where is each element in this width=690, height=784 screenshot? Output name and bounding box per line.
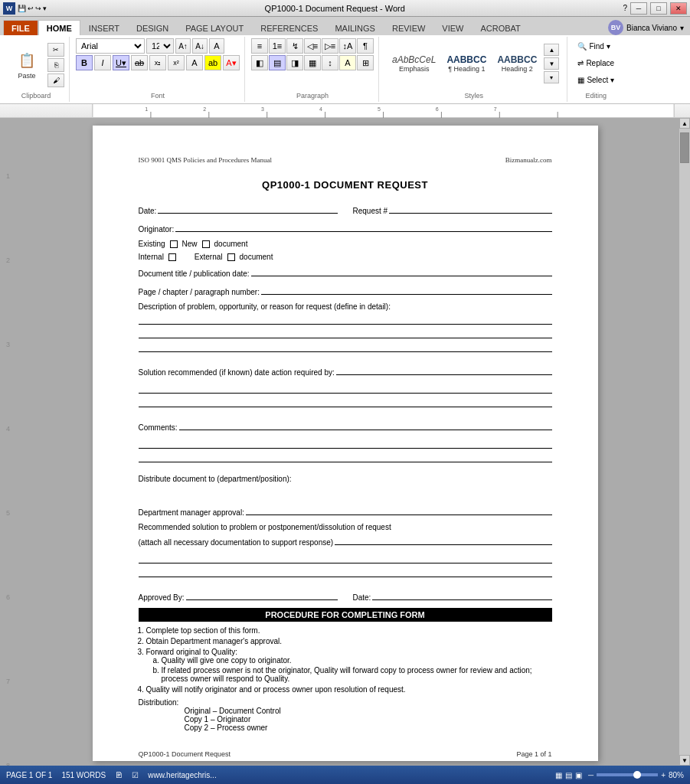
existing-checkbox[interactable] <box>170 240 178 248</box>
heading1-preview: AABBCC <box>446 54 486 65</box>
clear-format-button[interactable]: A <box>209 38 224 54</box>
justify-button[interactable]: ▦ <box>304 55 321 70</box>
app-icon: W <box>3 2 15 15</box>
user-dropdown-icon[interactable]: ▾ <box>680 24 684 32</box>
font-name-select[interactable]: Arial <box>76 38 145 54</box>
shrink-font-button[interactable]: A↓ <box>192 38 208 54</box>
show-para-button[interactable]: ¶ <box>357 38 374 54</box>
recommended-line-3 <box>139 567 552 577</box>
replace-button[interactable]: ⇌ Replace <box>574 55 618 70</box>
grow-font-button[interactable]: A↑ <box>175 38 191 54</box>
internal-label: Internal <box>139 253 164 261</box>
shading-button[interactable]: A <box>339 55 356 70</box>
originator-label: Originator: <box>139 225 175 234</box>
comments-label: Comments: <box>139 423 178 432</box>
doc-title-label: Document title / publication date: <box>139 270 250 278</box>
minimize-button[interactable]: ─ <box>630 2 647 15</box>
paste-button[interactable]: 📋 Paste <box>8 42 46 88</box>
scroll-up-button[interactable]: ▲ <box>679 118 690 129</box>
decrease-indent-button[interactable]: ◁≡ <box>304 38 321 54</box>
highlight-button[interactable]: ab <box>204 55 221 70</box>
distribution-item-2: Copy 2 – Process owner <box>185 724 552 732</box>
procedure-title-bar: PROCEDURE FOR COMPLETING FORM <box>139 608 552 622</box>
styles-down-button[interactable]: ▼ <box>544 57 559 70</box>
ribbon-content: 📋 Paste ✂ ⎘ 🖌 Clipboard Arial 12 A↑ A↓ <box>0 35 690 104</box>
user-info[interactable]: BV Bianca Viviano ▾ <box>608 20 684 35</box>
document-page: ISO 9001 QMS Policies and Procedures Man… <box>93 126 598 761</box>
styles-group-label: Styles <box>464 92 483 100</box>
close-button[interactable]: ✕ <box>670 2 687 15</box>
zoom-minus-button[interactable]: ─ <box>588 771 594 779</box>
tab-insert[interactable]: INSERT <box>80 20 128 35</box>
multilevel-button[interactable]: ↯ <box>286 38 303 54</box>
tab-mailings[interactable]: MAILINGS <box>326 20 384 35</box>
tab-page-layout[interactable]: PAGE LAYOUT <box>177 20 252 35</box>
subscript-button[interactable]: x₂ <box>149 55 166 70</box>
sort-button[interactable]: ↕A <box>339 38 356 54</box>
line-spacing-button[interactable]: ↕ <box>322 55 338 70</box>
scroll-down-button[interactable]: ▼ <box>679 755 690 766</box>
tab-file[interactable]: FILE <box>3 20 38 35</box>
format-painter-button[interactable]: 🖌 <box>47 74 64 87</box>
superscript-button[interactable]: x² <box>168 55 185 70</box>
title-bar-icons: W 💾 ↩ ↪ ▾ <box>3 2 47 15</box>
view-buttons: ▦ ▤ ▣ <box>555 771 582 779</box>
styles-up-button[interactable]: ▲ <box>544 44 559 56</box>
external-label: External <box>195 253 223 261</box>
style-heading1[interactable]: AABBCC ¶ Heading 1 <box>443 41 490 86</box>
svg-text:5: 5 <box>378 106 381 112</box>
zoom-slider[interactable] <box>597 773 658 776</box>
increase-indent-button[interactable]: ▷≡ <box>322 38 338 54</box>
document-title: QP1000-1 DOCUMENT REQUEST <box>139 179 552 191</box>
header-left: ISO 9001 QMS Policies and Procedures Man… <box>139 156 272 164</box>
italic-button[interactable]: I <box>94 55 111 70</box>
border-button[interactable]: ⊞ <box>357 55 374 70</box>
find-icon: 🔍 <box>577 42 587 51</box>
font-size-select[interactable]: 12 <box>146 38 174 54</box>
reading-view-button[interactable]: ▤ <box>565 771 572 779</box>
internal-checkbox[interactable] <box>168 253 176 261</box>
new-checkbox[interactable] <box>202 240 210 248</box>
numbering-button[interactable]: 1≡ <box>269 38 286 54</box>
align-center-button[interactable]: ▤ <box>269 55 286 70</box>
find-button[interactable]: 🔍 Find ▾ <box>574 38 618 54</box>
select-button[interactable]: ▦ Select ▾ <box>574 72 618 87</box>
external-checkbox[interactable] <box>227 253 235 261</box>
tab-review[interactable]: REVIEW <box>384 20 433 35</box>
align-right-button[interactable]: ◨ <box>286 55 303 70</box>
font-color-button[interactable]: A▾ <box>223 55 240 70</box>
bold-button[interactable]: B <box>76 55 93 70</box>
tab-design[interactable]: DESIGN <box>128 20 177 35</box>
help-button[interactable]: ? <box>623 4 627 12</box>
strikethrough-button[interactable]: ab <box>131 55 148 70</box>
internal-external-row: Internal External document <box>139 253 552 261</box>
style-emphasis[interactable]: aAbBcCeL Emphasis <box>388 41 440 86</box>
distribution-section: Distribution: Original – Document Contro… <box>139 698 552 732</box>
comments-line-2 <box>139 438 552 449</box>
doc-title-line <box>251 266 552 276</box>
vertical-scrollbar[interactable]: ▲ ▼ <box>679 118 690 766</box>
final-date-label: Date: <box>353 593 371 602</box>
styles-more-button[interactable]: ▾ <box>544 71 559 83</box>
quick-access[interactable]: 💾 ↩ ↪ ▾ <box>18 5 47 12</box>
print-layout-button[interactable]: ▦ <box>555 771 562 779</box>
tab-view[interactable]: VIEW <box>433 20 472 35</box>
tab-home[interactable]: HOME <box>38 20 80 35</box>
scroll-thumb[interactable] <box>680 132 689 163</box>
tab-acrobat[interactable]: ACROBAT <box>472 20 528 35</box>
copy-button[interactable]: ⎘ <box>47 58 64 72</box>
underline-button[interactable]: U▾ <box>113 55 129 70</box>
bullets-button[interactable]: ≡ <box>251 38 268 54</box>
text-effect-button[interactable]: A <box>186 55 203 70</box>
page-header: ISO 9001 QMS Policies and Procedures Man… <box>139 156 552 164</box>
style-heading2[interactable]: AABBCC Heading 2 <box>493 41 541 86</box>
tab-references[interactable]: REFERENCES <box>252 20 326 35</box>
new-label: New <box>182 240 198 248</box>
maximize-button[interactable]: □ <box>650 2 667 15</box>
window-title: QP1000-1 Document Request - Word <box>47 4 623 13</box>
align-left-button[interactable]: ◧ <box>251 55 268 70</box>
web-layout-button[interactable]: ▣ <box>575 771 582 779</box>
cut-button[interactable]: ✂ <box>47 43 64 57</box>
zoom-plus-button[interactable]: + <box>661 771 665 779</box>
zoom-control: ─ + 80% <box>588 771 684 779</box>
